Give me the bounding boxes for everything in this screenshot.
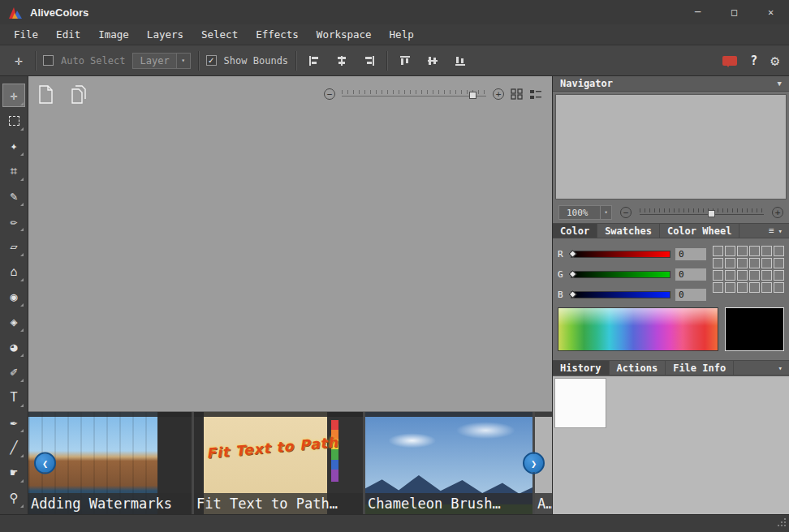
- filmstrip-view-icon[interactable]: [529, 88, 542, 100]
- align-top-edges-button[interactable]: [394, 50, 415, 71]
- swatch-cell[interactable]: [774, 258, 784, 268]
- tab-swatches[interactable]: Swatches: [597, 224, 660, 238]
- eraser-tool[interactable]: ▱: [2, 234, 25, 258]
- swatch-cell[interactable]: [749, 246, 760, 256]
- align-left-edges-button[interactable]: [304, 50, 324, 71]
- current-color-swatch[interactable]: [725, 307, 784, 351]
- maximize-button[interactable]: □: [716, 0, 752, 24]
- zoom-tool[interactable]: ⚲: [2, 486, 25, 509]
- tile-view-icon[interactable]: [511, 88, 523, 100]
- navigator-zoom-slider[interactable]: [640, 207, 764, 218]
- new-document-button[interactable]: [38, 85, 54, 104]
- smudge-tool[interactable]: ◕: [2, 335, 25, 358]
- auto-select-checkbox[interactable]: [43, 55, 54, 66]
- swatch-cell[interactable]: [725, 270, 735, 281]
- quick-selection-tool[interactable]: ✦: [2, 134, 25, 157]
- show-bounds-checkbox[interactable]: [206, 55, 217, 66]
- pen-tool[interactable]: ✒: [2, 410, 25, 434]
- zoom-out-button[interactable]: −: [324, 88, 335, 100]
- text-tool[interactable]: T: [2, 385, 25, 409]
- swatch-cell[interactable]: [774, 246, 784, 256]
- menu-file[interactable]: File: [5, 24, 47, 45]
- slider-handle[interactable]: [708, 210, 715, 217]
- color-spectrum[interactable]: [558, 307, 718, 351]
- selection-tool[interactable]: [2, 109, 25, 132]
- swatch-cell[interactable]: [749, 270, 760, 281]
- menu-image[interactable]: Image: [89, 24, 138, 45]
- tab-file-info[interactable]: File Info: [666, 361, 734, 375]
- tutorial-thumbnail[interactable]: Fit Text to PathFit Text to Path…: [194, 412, 363, 514]
- navigator-zoom-select[interactable]: 100% ▾: [558, 205, 612, 220]
- swatch-cell[interactable]: [749, 258, 760, 268]
- color-brush-tool[interactable]: ✏: [2, 209, 25, 233]
- menu-effects[interactable]: Effects: [247, 24, 308, 45]
- tab-actions[interactable]: Actions: [610, 361, 666, 375]
- r-channel-value[interactable]: 0: [675, 248, 706, 260]
- crop-tool[interactable]: ⌗: [2, 159, 25, 182]
- swatch-cell[interactable]: [737, 258, 748, 268]
- menu-help[interactable]: Help: [381, 24, 423, 45]
- sharpen-tool[interactable]: ◈: [2, 310, 25, 333]
- slider-handle[interactable]: [569, 250, 577, 258]
- swatch-cell[interactable]: [725, 246, 735, 256]
- tab-color-wheel[interactable]: Color Wheel: [660, 224, 739, 238]
- menu-workspace[interactable]: Workspace: [308, 24, 381, 45]
- menu-select[interactable]: Select: [192, 24, 247, 45]
- tab-history[interactable]: History: [553, 361, 610, 375]
- g-channel-slider[interactable]: [571, 271, 670, 278]
- swatch-cell[interactable]: [725, 258, 735, 268]
- swatch-cell[interactable]: [725, 282, 735, 293]
- hamburger-menu-icon[interactable]: ≡: [769, 225, 774, 236]
- collapse-icon[interactable]: ▼: [778, 79, 782, 88]
- swatch-cell[interactable]: [737, 246, 748, 256]
- navigator-header[interactable]: Navigator ▼: [553, 76, 789, 92]
- swatch-cell[interactable]: [737, 270, 748, 281]
- align-bottom-edges-button[interactable]: [450, 50, 470, 71]
- canvas[interactable]: [28, 112, 552, 411]
- open-document-button[interactable]: [68, 85, 89, 104]
- previous-arrow-button[interactable]: ❮: [34, 453, 56, 474]
- swatch-cell[interactable]: [761, 270, 772, 281]
- chevron-down-icon[interactable]: ▾: [778, 364, 783, 372]
- zoom-in-button[interactable]: +: [493, 88, 504, 100]
- swatch-cell[interactable]: [713, 246, 723, 256]
- hand-tool[interactable]: ☛: [2, 461, 25, 484]
- help-icon[interactable]: ?: [750, 54, 757, 68]
- swatch-cell[interactable]: [737, 282, 748, 293]
- swatch-cell[interactable]: [713, 258, 723, 268]
- swatch-cell[interactable]: [761, 258, 772, 268]
- tutorial-thumbnail[interactable]: Chameleon Brush…: [365, 412, 532, 514]
- slider-handle[interactable]: [569, 270, 577, 278]
- feedback-chat-icon[interactable]: [722, 56, 737, 66]
- r-channel-slider[interactable]: [571, 251, 670, 258]
- gear-icon[interactable]: ⚙: [770, 54, 779, 68]
- align-vertical-centers-button[interactable]: [422, 50, 442, 71]
- slider-handle[interactable]: [569, 290, 577, 298]
- menu-edit[interactable]: Edit: [47, 24, 89, 45]
- tab-color[interactable]: Color: [553, 224, 597, 238]
- navigator-preview[interactable]: [555, 94, 787, 200]
- navigator-zoom-out-button[interactable]: −: [620, 207, 632, 218]
- eyedropper-tool[interactable]: ╱: [2, 435, 25, 459]
- move-tool[interactable]: ✛: [2, 84, 25, 107]
- b-channel-value[interactable]: 0: [675, 289, 706, 301]
- swatch-cell[interactable]: [761, 246, 772, 256]
- chevron-down-icon[interactable]: ▾: [778, 227, 783, 235]
- swatch-cell[interactable]: [713, 282, 723, 293]
- slider-handle[interactable]: [469, 92, 476, 99]
- align-horizontal-centers-button[interactable]: [331, 50, 351, 71]
- pencil-tool[interactable]: ✎: [2, 184, 25, 208]
- stamp-tool[interactable]: ⌂: [2, 260, 25, 283]
- b-channel-slider[interactable]: [571, 291, 670, 298]
- close-button[interactable]: ✕: [752, 0, 789, 24]
- history-panel-menu[interactable]: ▾: [772, 361, 789, 375]
- swatch-cell[interactable]: [774, 270, 784, 281]
- align-right-edges-button[interactable]: [359, 50, 379, 71]
- doc-zoom-slider[interactable]: [342, 88, 486, 100]
- next-arrow-button[interactable]: ❯: [523, 453, 545, 474]
- menu-layers[interactable]: Layers: [138, 24, 192, 45]
- layer-mode-dropdown[interactable]: Layer ▾: [132, 53, 190, 69]
- swatch-cell[interactable]: [749, 282, 760, 293]
- blur-tool[interactable]: ◉: [2, 285, 25, 308]
- g-channel-value[interactable]: 0: [675, 268, 706, 281]
